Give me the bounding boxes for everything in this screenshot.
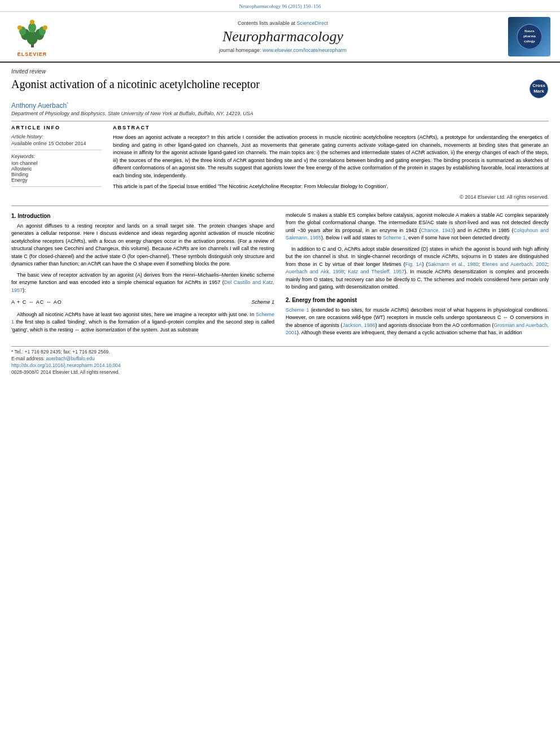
page: Neuropharmacology 96 (2015) 150–156 ELSE…	[0, 0, 560, 747]
article-title: Agonist activation of a nicotinic acetyl…	[11, 77, 523, 91]
svg-text:cology: cology	[524, 40, 535, 43]
ref-grosman[interactable]: Grosman and Auerbach, 2001	[286, 322, 549, 336]
abstract-para-1: How does an agonist activate a receptor?…	[113, 134, 549, 180]
body-content: 1. Introduction An agonist diffuses to a…	[11, 212, 549, 340]
ref-scheme1-inline[interactable]: Scheme 1	[11, 312, 274, 325]
article-history-label: Article history:	[11, 134, 102, 139]
homepage-prefix: journal homepage:	[219, 47, 262, 53]
article-info-abstract-row: ARTICLE INFO Article history: Available …	[11, 125, 549, 200]
section2-heading: 2. Energy from the agonist	[286, 296, 549, 304]
col-left-divider-2	[11, 186, 102, 187]
journal-title: Neuropharmacology	[63, 28, 502, 45]
svg-point-8	[43, 25, 47, 30]
scheme1-label: Scheme 1	[251, 299, 274, 307]
author-affiliation: Department of Physiology and Biophysics,…	[11, 111, 549, 116]
issn-line: 0028-3908/© 2014 Elsevier Ltd. All right…	[11, 369, 549, 375]
section1-number: 1.	[11, 213, 18, 219]
ref-sakmann[interactable]: Sakmann et al., 1980	[428, 261, 479, 267]
body-para-2: The basic view of receptor activation by…	[11, 272, 274, 295]
crossmark-icon: Cross Mark	[529, 79, 549, 99]
section-type-label: Invited review	[11, 68, 549, 75]
email-label: E-mail address:	[11, 356, 46, 361]
article-info-column: ARTICLE INFO Article history: Available …	[11, 125, 102, 200]
ref-scheme1-s2[interactable]: Scheme 1	[286, 307, 309, 313]
ref-del-castillo[interactable]: Del Castillo and Katz, 1957	[11, 279, 274, 293]
journal-reference-text: Neuropharmacology 96 (2015) 150–156	[239, 3, 321, 9]
section2-title: Energy from the agonist	[292, 297, 357, 303]
sciencedirect-prefix: Contents lists available at	[238, 20, 297, 26]
author-name: Anthony Auerbach*	[11, 101, 549, 110]
elsevier-logo-left: ELSEVIER	[7, 16, 58, 57]
email-link[interactable]: auerbach@buffalo.edu	[46, 356, 94, 361]
keyword-ion-channel: Ion channel	[11, 160, 102, 166]
journal-center-info: Contents lists available at ScienceDirec…	[63, 20, 502, 53]
section2-number: 2.	[286, 297, 292, 303]
ref-colquhoun[interactable]: Colquhoun and Sakmann, 1985	[286, 228, 549, 241]
section1-title: Introduction	[18, 213, 50, 219]
ref-fig1a[interactable]: Fig. 1A	[405, 261, 422, 267]
keywords-label: Keywords:	[11, 154, 102, 159]
abstract-para-2: This article is part of the Special Issu…	[113, 183, 549, 191]
keyword-energy: Energy	[11, 177, 102, 183]
crossmark-badge[interactable]: Cross Mark	[529, 79, 549, 99]
body-para-3: Although all nicotinic AChRs have at lea…	[11, 311, 274, 334]
abstract-heading: ABSTRACT	[113, 125, 549, 130]
doi-link[interactable]: http://dx.doi.org/10.1016/j.neuropharm.2…	[11, 362, 121, 368]
keyword-allosteric: Allosteric	[11, 166, 102, 172]
ref-scheme1-r[interactable]: Scheme 1	[383, 235, 406, 241]
svg-text:pharma: pharma	[523, 34, 536, 38]
body-para-1: An agonist diffuses to a resting recepto…	[11, 222, 274, 268]
col-left-divider-1	[11, 150, 102, 150]
ref-elenes[interactable]: Elenes and Auerbach, 2002	[482, 261, 547, 267]
author-name-text: Anthony Auerbach	[11, 102, 67, 110]
author-sup: *	[67, 101, 68, 106]
elsevier-tree-icon	[11, 16, 54, 50]
body-column-left: 1. Introduction An agonist diffuses to a…	[11, 212, 274, 340]
journal-logo-right: Neuro pharma cology	[508, 17, 553, 56]
elsevier-wordmark: ELSEVIER	[18, 51, 47, 57]
section1-heading: 1. Introduction	[11, 212, 274, 220]
doi-line: http://dx.doi.org/10.1016/j.neuropharm.2…	[11, 362, 549, 368]
article-divider	[11, 121, 549, 121]
footnote-contact: * Tel.: +1 716 829 2435; fax: +1 716 829…	[11, 349, 549, 355]
article-info-heading: ARTICLE INFO	[11, 125, 102, 130]
available-online-value: Available online 15 October 2014	[11, 141, 102, 146]
scheme1-line: A + C ↔ AC ↔ AO Scheme 1	[11, 299, 274, 307]
article-title-row: Agonist activation of a nicotinic acetyl…	[11, 77, 549, 99]
ref-chance[interactable]: Chance, 1943	[421, 228, 453, 233]
sciencedirect-line: Contents lists available at ScienceDirec…	[63, 20, 502, 26]
homepage-line: journal homepage: www.elsevier.com/locat…	[63, 47, 502, 53]
abstract-column: ABSTRACT How does an agonist activate a …	[113, 125, 549, 200]
body-column-right: molecule S makes a stable ES complex bef…	[286, 212, 549, 340]
neuropharmacology-logo: Neuro pharma cology	[508, 17, 550, 56]
section-divider	[11, 206, 549, 206]
body-para-r2: In addition to C and O, AChRs adopt stab…	[286, 246, 549, 291]
svg-text:Mark: Mark	[533, 89, 544, 94]
ref-katz-thesleff[interactable]: Katz and Thesleff, 1957	[348, 269, 404, 274]
journal-logo-icon: Neuro pharma cology	[515, 23, 544, 51]
journal-reference-bar: Neuropharmacology 96 (2015) 150–156	[0, 0, 560, 12]
ref-auerbach-akk[interactable]: Auerbach and Akk, 1998	[286, 269, 344, 274]
scheme1-equation: A + C ↔ AC ↔ AO	[11, 299, 62, 307]
keyword-binding: Binding	[11, 172, 102, 177]
copyright-line: © 2014 Elsevier Ltd. All rights reserved…	[113, 194, 549, 200]
body-para-r3: Scheme 1 (extended to two sites, for mus…	[286, 307, 549, 337]
body-para-r1: molecule S makes a stable ES complex bef…	[286, 212, 549, 242]
svg-text:Neuro: Neuro	[524, 29, 535, 33]
svg-text:Cross: Cross	[532, 83, 545, 88]
footer-area: * Tel.: +1 716 829 2435; fax: +1 716 829…	[11, 346, 549, 375]
footnote-email: E-mail address: auerbach@buffalo.edu	[11, 356, 549, 361]
sciencedirect-link[interactable]: ScienceDirect	[297, 20, 329, 26]
article-content: Invited review Agonist activation of a n…	[0, 63, 560, 382]
abstract-text: How does an agonist activate a receptor?…	[113, 134, 549, 191]
ref-jackson[interactable]: Jackson, 1986	[343, 322, 375, 328]
svg-point-9	[30, 20, 34, 24]
journal-header: ELSEVIER Contents lists available at Sci…	[0, 12, 560, 63]
svg-point-7	[18, 25, 22, 30]
homepage-link[interactable]: www.elsevier.com/locate/neuropharm	[262, 47, 347, 53]
